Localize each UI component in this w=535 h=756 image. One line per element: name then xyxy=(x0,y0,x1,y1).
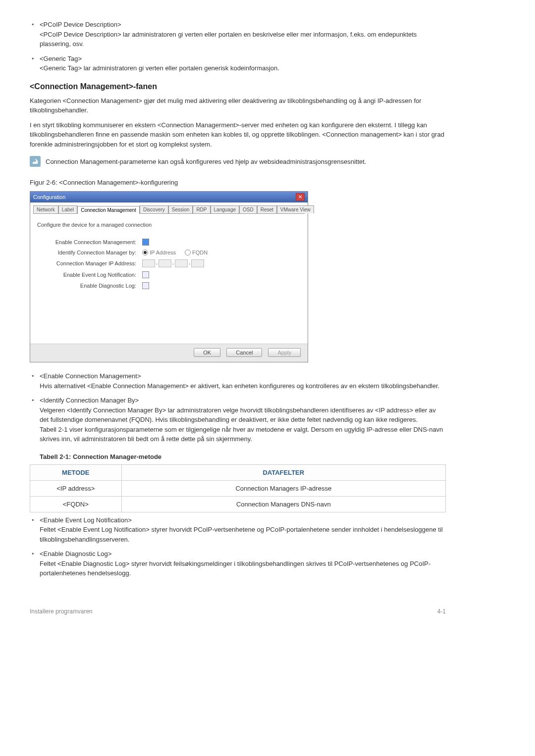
list-item: <Enable Diagnostic Log> Feltet <Enable D… xyxy=(30,549,446,578)
label-ip-address: Connection Manager IP Address: xyxy=(37,260,142,266)
row-enable-cm: Enable Connection Management: xyxy=(37,239,301,246)
configuration-dialog: Configuration ✕ Network Label Connection… xyxy=(30,191,308,362)
tab-reset[interactable]: Reset xyxy=(257,205,277,213)
ip-segment[interactable] xyxy=(159,259,171,267)
radio-icon xyxy=(185,250,191,255)
bullet-list-top: <PCoIP Device Description> <PCoIP Device… xyxy=(30,20,446,73)
dialog-title-text: Configuration xyxy=(33,194,65,200)
close-icon[interactable]: ✕ xyxy=(296,193,305,201)
item-term: <Enable Event Log Notification> xyxy=(40,515,446,525)
item-desc: Feltet <Enable Event Log Notification> s… xyxy=(40,525,446,544)
note-icon xyxy=(30,156,41,167)
item-term: <Enable Connection Management> xyxy=(40,371,446,381)
item-term: <Generic Tag> xyxy=(40,54,446,64)
table-cell: Connection Managers IP-adresse xyxy=(121,480,445,496)
tabs-row: Network Label Connection Management Disc… xyxy=(30,202,308,213)
table-row: <FQDN> Connection Managers DNS-navn xyxy=(30,496,446,512)
section-heading: <Connection Management>-fanen xyxy=(30,82,446,91)
radio-label-ip: IP Address xyxy=(150,250,176,255)
item-desc: <Generic Tag> lar administratoren gi ver… xyxy=(40,63,446,73)
label-identify-by: Identify Connection Manager by: xyxy=(37,250,142,255)
footer-right: 4-1 xyxy=(437,608,446,615)
dialog-titlebar: Configuration ✕ xyxy=(30,192,308,202)
figure-caption: Figur 2-6: <Connection Management>-konfi… xyxy=(30,179,446,186)
radio-group-identify: IP Address FQDN xyxy=(142,250,208,255)
item-term: <Identify Connection Manager By> xyxy=(40,396,446,405)
list-item: <Identify Connection Manager By> Velgere… xyxy=(30,396,446,444)
bullet-list-after-figure: <Enable Connection Management> Hvis alte… xyxy=(30,371,446,444)
paragraph: I en styrt tilkobling kommuniserer en ek… xyxy=(30,120,446,150)
ip-address-input[interactable]: . . . xyxy=(142,259,204,267)
paragraph: Kategorien <Connection Management> gjør … xyxy=(30,96,446,115)
ip-segment[interactable] xyxy=(142,259,155,267)
connection-manager-table: METODE DATAFELTER <IP address> Connectio… xyxy=(30,464,446,512)
item-term: <Enable Diagnostic Log> xyxy=(40,549,446,559)
ok-button[interactable]: OK xyxy=(194,348,220,357)
item-desc: Feltet <Enable Diagnostic Log> styrer hv… xyxy=(40,559,446,578)
radio-icon xyxy=(142,250,148,255)
ip-segment[interactable] xyxy=(175,259,188,267)
item-term: <PCoIP Device Description> xyxy=(40,20,446,30)
tab-vmware-view[interactable]: VMware View xyxy=(277,205,314,213)
table-header-datafields: DATAFELTER xyxy=(121,464,445,480)
list-item: <Enable Connection Management> Hvis alte… xyxy=(30,371,446,391)
page-footer: Installere programvaren 4-1 xyxy=(30,608,446,615)
checkbox-diag-log[interactable] xyxy=(142,282,149,289)
row-diag-log: Enable Diagnostic Log: xyxy=(37,282,301,289)
tab-connection-management[interactable]: Connection Management xyxy=(77,206,140,214)
tab-discovery[interactable]: Discovery xyxy=(140,205,168,213)
tab-osd[interactable]: OSD xyxy=(239,205,257,213)
cancel-button[interactable]: Cancel xyxy=(226,348,262,357)
radio-option-fqdn[interactable]: FQDN xyxy=(185,250,208,255)
label-event-log: Enable Event Log Notification: xyxy=(37,272,142,278)
radio-label-fqdn: FQDN xyxy=(192,250,208,255)
row-identify-by: Identify Connection Manager by: IP Addre… xyxy=(37,250,301,255)
item-desc: Hvis alternativet <Enable Connection Man… xyxy=(40,381,446,391)
note-text: Connection Management-parameterne kan og… xyxy=(46,156,366,167)
dialog-button-bar: OK Cancel Apply xyxy=(30,344,308,362)
bullet-list-last: <Enable Event Log Notification> Feltet <… xyxy=(30,515,446,578)
ip-segment[interactable] xyxy=(191,259,204,267)
table-cell: <IP address> xyxy=(30,480,122,496)
table-cell: Connection Managers DNS-navn xyxy=(121,496,445,512)
item-desc: Tabell 2-1 viser konfigurasjonsparameter… xyxy=(40,425,446,444)
list-item: <PCoIP Device Description> <PCoIP Device… xyxy=(30,20,446,49)
radio-option-ip[interactable]: IP Address xyxy=(142,250,176,255)
table-caption: Tabell 2-1: Connection Manager-metode xyxy=(40,453,446,460)
item-desc: Velgeren <Identify Connection Manager By… xyxy=(40,405,446,425)
row-ip-address: Connection Manager IP Address: . . . xyxy=(37,259,301,267)
row-event-log: Enable Event Log Notification: xyxy=(37,271,301,278)
item-desc: <PCoIP Device Description> lar administr… xyxy=(40,30,446,49)
tab-label[interactable]: Label xyxy=(58,205,77,213)
apply-button[interactable]: Apply xyxy=(268,348,301,357)
tab-language[interactable]: Language xyxy=(211,205,240,213)
table-row: <IP address> Connection Managers IP-adre… xyxy=(30,480,446,496)
label-enable-cm: Enable Connection Management: xyxy=(37,239,142,245)
list-item: <Enable Event Log Notification> Feltet <… xyxy=(30,515,446,545)
dialog-intro: Configure the device for a managed conne… xyxy=(37,220,301,235)
table-cell: <FQDN> xyxy=(30,496,122,512)
dialog-body: Configure the device for a managed conne… xyxy=(33,213,305,344)
tab-rdp[interactable]: RDP xyxy=(193,205,210,213)
checkbox-enable-cm[interactable] xyxy=(142,239,149,246)
checkbox-event-log[interactable] xyxy=(142,271,149,278)
list-item: <Generic Tag> <Generic Tag> lar administ… xyxy=(30,54,446,73)
note-block: Connection Management-parameterne kan og… xyxy=(30,156,446,167)
tab-network[interactable]: Network xyxy=(33,205,58,213)
tab-session[interactable]: Session xyxy=(168,205,193,213)
label-diag-log: Enable Diagnostic Log: xyxy=(37,283,142,289)
footer-left: Installere programvaren xyxy=(30,608,93,615)
table-header-method: METODE xyxy=(30,464,122,480)
table-header-row: METODE DATAFELTER xyxy=(30,464,446,480)
